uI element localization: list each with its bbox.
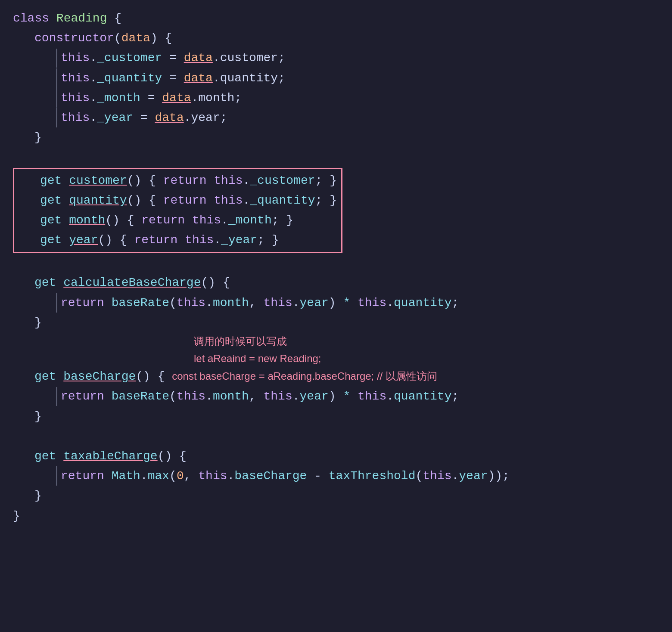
line-get-taxableCharge: get taxableCharge() { [13,446,659,466]
line-class: class Reading { [13,9,659,28]
keyword-class: class [13,12,56,25]
line-get-calculateBaseCharge: get calculateBaseCharge() { [13,273,659,293]
getter-highlight-box: get customer() { return this._customer; … [13,168,342,254]
line-year-assign: this._year = data.year; [13,108,659,128]
annotation-line2: let aReaind = new Reading; [13,350,659,367]
line-quantity-assign: this._quantity = data.quantity; [13,68,659,88]
line-return-baseRate: return baseRate(this.month, this.year) *… [13,293,659,313]
line-constructor-close: } [13,128,659,148]
code-editor: class Reading { constructor(data) { this… [13,9,659,526]
line-return-taxable: return Math.max(0, this.baseCharge - tax… [13,466,659,486]
line-get-baseCharge: get baseCharge() { const baseCharge = aR… [13,367,659,387]
line-get-year: get year() { return this._year; } [19,230,337,250]
class-name: Reading [56,12,114,25]
line-get-customer: get customer() { return this._customer; … [19,171,337,191]
line-close-baseCharge: } [13,407,659,427]
line-constructor: constructor(data) { [13,28,659,48]
line-close-calculateBaseCharge: } [13,313,659,333]
line-get-month: get month() { return this._month; } [19,211,337,230]
line-return-baseRate2: return baseRate(this.month, this.year) *… [13,387,659,406]
line-customer-assign: this._customer = data.customer; [13,48,659,68]
line-class-close: } [13,506,659,526]
annotation-line1: 调用的时候可以写成 [13,333,659,350]
line-get-quantity: get quantity() { return this._quantity; … [19,191,337,211]
line-month-assign: this._month = data.month; [13,88,659,108]
line-close-taxableCharge: } [13,486,659,506]
